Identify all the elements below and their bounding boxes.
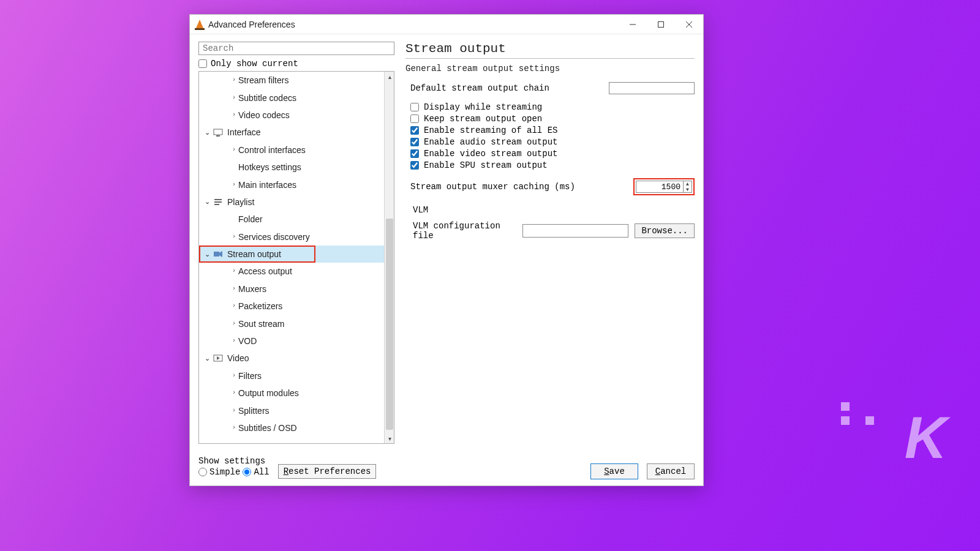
scroll-down-arrow[interactable]: ▾ bbox=[385, 433, 394, 443]
scroll-thumb[interactable] bbox=[386, 219, 393, 430]
expand-arrow-icon[interactable]: › bbox=[230, 93, 238, 103]
expand-arrow-icon[interactable]: › bbox=[230, 232, 238, 242]
svg-rect-1 bbox=[658, 21, 664, 27]
check-enable-video-stream-output[interactable]: Enable video stream output bbox=[410, 149, 695, 159]
cancel-button[interactable]: Cancel bbox=[647, 463, 695, 479]
svg-rect-4 bbox=[214, 129, 222, 135]
minimize-button[interactable] bbox=[619, 15, 647, 34]
expand-arrow-icon[interactable]: › bbox=[230, 284, 238, 294]
check-label: Enable SPU stream output bbox=[424, 160, 548, 170]
svg-rect-5 bbox=[216, 135, 220, 137]
expand-arrow-icon[interactable]: › bbox=[230, 180, 238, 190]
checkbox[interactable] bbox=[410, 161, 419, 170]
tree-item-packetizers[interactable]: ›Packetizers bbox=[199, 298, 384, 315]
tree-item-stream-output[interactable]: ⌄Stream output bbox=[199, 246, 384, 263]
checkbox[interactable] bbox=[410, 138, 419, 146]
svg-marker-12 bbox=[217, 356, 220, 360]
interface-icon bbox=[213, 127, 224, 138]
checkbox[interactable] bbox=[410, 149, 419, 158]
maximize-button[interactable] bbox=[647, 15, 675, 34]
tree-item-muxers[interactable]: ›Muxers bbox=[199, 280, 384, 298]
check-label: Keep stream output open bbox=[424, 114, 542, 124]
only-show-current-checkbox[interactable]: Only show current bbox=[198, 59, 394, 69]
stepper-down-icon[interactable]: ▼ bbox=[684, 187, 692, 192]
checkbox[interactable] bbox=[410, 114, 419, 123]
expand-arrow-icon[interactable]: › bbox=[230, 301, 238, 311]
panel-title: Stream output bbox=[405, 42, 695, 58]
checkbox[interactable] bbox=[410, 103, 419, 111]
tree-item-interface[interactable]: ⌄Interface bbox=[199, 124, 384, 141]
expand-arrow-icon[interactable]: › bbox=[230, 266, 238, 276]
check-display-while-streaming[interactable]: Display while streaming bbox=[410, 102, 695, 112]
expand-arrow-icon[interactable]: › bbox=[230, 371, 238, 381]
save-button[interactable]: Save bbox=[590, 463, 638, 479]
tree-item-label: Playlist bbox=[227, 197, 254, 207]
checkbox[interactable] bbox=[410, 126, 419, 135]
tree-item-label: VOD bbox=[238, 336, 257, 346]
tree-item-label: Filters bbox=[238, 371, 262, 381]
tree-item-label: Hotkeys settings bbox=[238, 162, 301, 172]
check-enable-spu-stream-output[interactable]: Enable SPU stream output bbox=[410, 160, 695, 170]
window-title: Advanced Preferences bbox=[208, 20, 295, 29]
scroll-up-arrow[interactable]: ▴ bbox=[385, 72, 394, 81]
tree-item-services-discovery[interactable]: ›Services discovery bbox=[199, 228, 384, 246]
check-enable-streaming-of-all-es[interactable]: Enable streaming of all ES bbox=[410, 126, 695, 135]
all-radio[interactable]: All bbox=[243, 467, 269, 477]
vlm-file-input[interactable] bbox=[522, 224, 629, 238]
browse-button[interactable]: Browse... bbox=[635, 223, 695, 238]
panel-separator bbox=[405, 58, 695, 59]
show-settings-group: Show settings Simple All bbox=[198, 456, 270, 477]
preferences-tree: ›Stream filters›Subtitle codecs›Video co… bbox=[198, 71, 394, 444]
tree-item-video[interactable]: ⌄Video bbox=[199, 350, 384, 367]
expand-arrow-icon[interactable]: › bbox=[230, 319, 238, 329]
tree-item-control-interfaces[interactable]: ›Control interfaces bbox=[199, 141, 384, 159]
playlist-icon bbox=[213, 197, 224, 208]
expand-arrow-icon[interactable]: › bbox=[230, 423, 238, 433]
muxer-caching-label: Stream output muxer caching (ms) bbox=[410, 182, 633, 192]
tree-item-sout-stream[interactable]: ›Sout stream bbox=[199, 315, 384, 332]
expand-arrow-icon[interactable]: › bbox=[230, 336, 238, 346]
tree-item-video-codecs[interactable]: ›Video codecs bbox=[199, 107, 384, 124]
tree-item-label: Sout stream bbox=[238, 319, 284, 329]
tree-item-subtitles-osd[interactable]: ›Subtitles / OSD bbox=[199, 419, 384, 437]
expand-arrow-icon[interactable]: › bbox=[230, 75, 238, 85]
tree-item-label: Folder bbox=[238, 214, 263, 224]
expand-arrow-icon[interactable]: ⌄ bbox=[203, 354, 211, 362]
tree-item-main-interfaces[interactable]: ›Main interfaces bbox=[199, 176, 384, 193]
close-button[interactable] bbox=[675, 15, 703, 34]
tree-item-splitters[interactable]: ›Splitters bbox=[199, 402, 384, 419]
only-show-current-box[interactable] bbox=[198, 59, 207, 68]
check-enable-audio-stream-output[interactable]: Enable audio stream output bbox=[410, 137, 695, 147]
tree-item-playlist[interactable]: ⌄Playlist bbox=[199, 193, 384, 211]
expand-arrow-icon[interactable]: › bbox=[230, 110, 238, 120]
search-input[interactable] bbox=[198, 42, 394, 55]
tree-item-output-modules[interactable]: ›Output modules bbox=[199, 384, 384, 402]
expand-arrow-icon[interactable]: ⌄ bbox=[203, 129, 211, 137]
stepper-up-icon[interactable]: ▲ bbox=[684, 181, 692, 187]
preferences-window: Advanced Preferences Only show current bbox=[189, 14, 704, 486]
expand-arrow-icon[interactable]: ⌄ bbox=[203, 198, 211, 206]
check-keep-stream-output-open[interactable]: Keep stream output open bbox=[410, 114, 695, 124]
show-settings-label: Show settings bbox=[198, 456, 270, 466]
muxer-caching-input[interactable] bbox=[636, 181, 684, 193]
expand-arrow-icon[interactable]: › bbox=[230, 388, 238, 398]
expand-arrow-icon[interactable]: › bbox=[230, 406, 238, 416]
tree-item-folder[interactable]: Folder bbox=[199, 211, 384, 228]
tree-item-access-output[interactable]: ›Access output bbox=[199, 263, 384, 280]
tree-item-label: Video codecs bbox=[238, 110, 290, 120]
tree-scrollbar[interactable]: ▴ ▾ bbox=[384, 72, 394, 443]
tree-item-subtitle-codecs[interactable]: ›Subtitle codecs bbox=[199, 89, 384, 106]
muxer-caching-stepper[interactable]: ▲ ▼ bbox=[684, 181, 692, 193]
tree-item-stream-filters[interactable]: ›Stream filters bbox=[199, 72, 384, 89]
simple-radio[interactable]: Simple bbox=[198, 467, 240, 477]
tree-item-label: Subtitle codecs bbox=[238, 93, 296, 103]
tree-item-hotkeys-settings[interactable]: Hotkeys settings bbox=[199, 159, 384, 176]
default-chain-input[interactable] bbox=[609, 82, 695, 94]
expand-arrow-icon[interactable]: › bbox=[230, 145, 238, 155]
tree-item-filters[interactable]: ›Filters bbox=[199, 367, 384, 384]
muxer-caching-highlight: ▲ ▼ bbox=[633, 178, 695, 195]
reset-preferences-button[interactable]: Reset Preferences bbox=[278, 464, 377, 479]
expand-arrow-icon[interactable]: ⌄ bbox=[203, 250, 211, 258]
vlc-cone-icon bbox=[195, 20, 205, 29]
tree-item-vod[interactable]: ›VOD bbox=[199, 332, 384, 350]
